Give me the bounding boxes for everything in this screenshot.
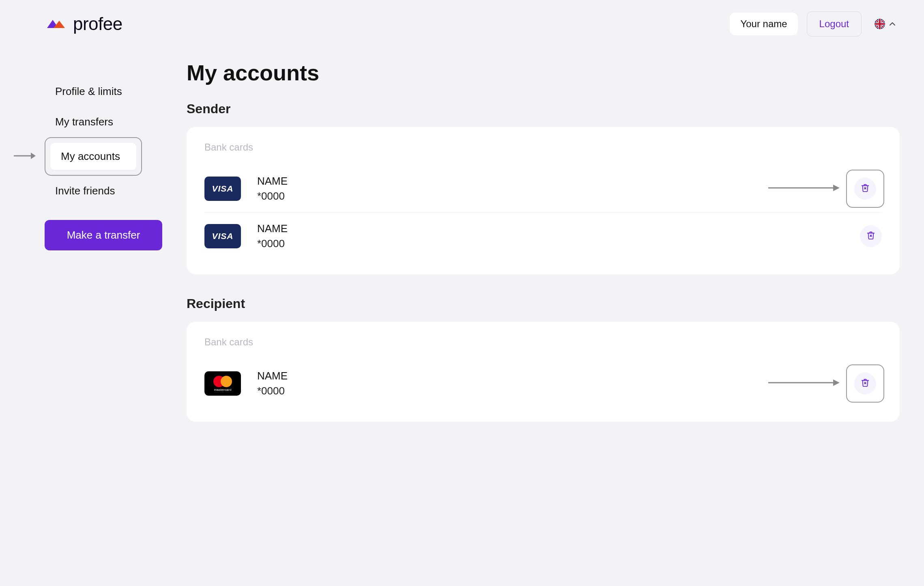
- card-info: NAME *0000: [257, 222, 288, 250]
- card-number: *0000: [257, 190, 288, 203]
- sidebar-item-profile-limits[interactable]: Profile & limits: [45, 76, 170, 107]
- make-transfer-button[interactable]: Make a transfer: [45, 220, 162, 250]
- sender-panel: Bank cards VISA NAME *0000: [187, 127, 900, 274]
- card-row: mastercard NAME *0000: [204, 360, 882, 407]
- section-title-recipient: Recipient: [187, 296, 900, 311]
- sidebar-item-my-accounts-highlight: My accounts: [45, 137, 142, 176]
- card-number: *0000: [257, 385, 288, 397]
- sidebar-item-my-transfers[interactable]: My transfers: [45, 107, 170, 137]
- delete-highlight-box: [846, 170, 884, 208]
- chevron-up-icon: [889, 20, 896, 28]
- flag-uk-icon: [875, 19, 885, 29]
- header: profee Your name Logout: [0, 0, 924, 48]
- recipient-panel: Bank cards mastercard NAME *0000: [187, 322, 900, 422]
- recipient-group-label: Bank cards: [204, 336, 882, 348]
- trash-icon: [866, 231, 875, 241]
- card-name: NAME: [257, 175, 288, 187]
- page-title: My accounts: [187, 60, 900, 85]
- card-row: VISA NAME *0000: [204, 165, 882, 213]
- user-name-pill[interactable]: Your name: [730, 13, 797, 35]
- trash-icon: [861, 378, 870, 389]
- delete-card-button[interactable]: [860, 225, 882, 247]
- logo[interactable]: profee: [45, 14, 122, 34]
- sidebar: Profile & limits My transfers My account…: [45, 60, 170, 444]
- arrow-right-icon: [768, 379, 841, 388]
- delete-card-button[interactable]: [854, 373, 876, 394]
- sidebar-item-invite-friends[interactable]: Invite friends: [45, 176, 170, 206]
- header-right: Your name Logout: [730, 11, 900, 37]
- logo-icon: [45, 17, 69, 31]
- delete-highlight-box: [846, 364, 884, 403]
- card-brand-mastercard-icon: mastercard: [204, 371, 241, 396]
- delete-card-button[interactable]: [854, 178, 876, 200]
- trash-icon: [861, 183, 870, 194]
- card-number: *0000: [257, 237, 288, 250]
- card-info: NAME *0000: [257, 370, 288, 397]
- logout-button[interactable]: Logout: [807, 11, 862, 37]
- card-brand-visa-icon: VISA: [204, 177, 241, 201]
- sender-group-label: Bank cards: [204, 142, 882, 153]
- arrow-right-icon: [14, 152, 38, 162]
- card-row: VISA NAME *0000: [204, 213, 882, 260]
- card-brand-visa-icon: VISA: [204, 224, 241, 248]
- arrow-right-icon: [768, 184, 841, 194]
- sidebar-item-my-accounts[interactable]: My accounts: [50, 143, 136, 170]
- language-picker[interactable]: [870, 16, 900, 32]
- section-title-sender: Sender: [187, 101, 900, 116]
- card-name: NAME: [257, 222, 288, 235]
- main: My accounts Sender Bank cards VISA NAME …: [187, 60, 900, 444]
- card-info: NAME *0000: [257, 175, 288, 203]
- card-brand-label: mastercard: [214, 388, 231, 392]
- logo-text: profee: [73, 14, 122, 34]
- card-name: NAME: [257, 370, 288, 382]
